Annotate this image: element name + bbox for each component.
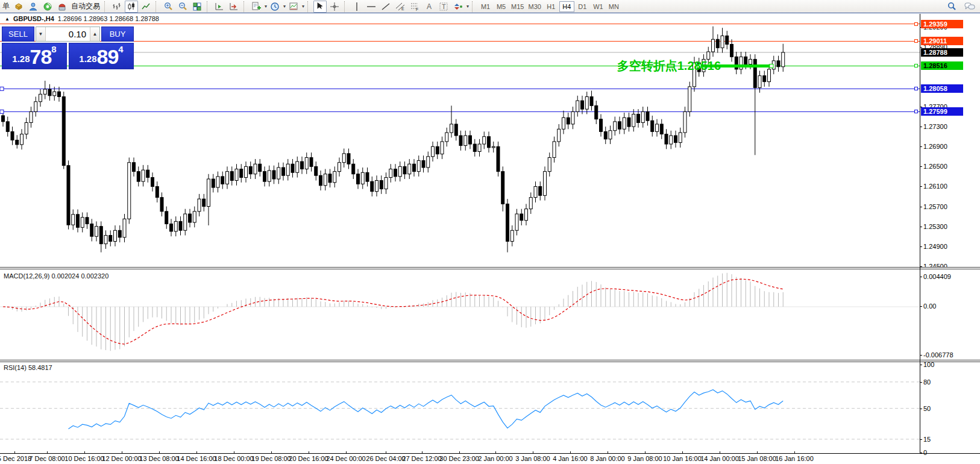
buy-price-display[interactable]: 1.28 89 4	[69, 43, 134, 69]
candle	[567, 113, 570, 129]
time-label: 27 Dec 12:00	[402, 455, 441, 462]
candle	[16, 135, 19, 148]
fibonacci-tool-icon[interactable]: F	[408, 1, 421, 13]
candle	[758, 71, 761, 92]
add-indicator-icon[interactable]	[250, 1, 263, 13]
candle	[553, 137, 556, 163]
indicator-dropdown-arrow[interactable]: ▾	[265, 4, 267, 9]
volume-increase-button[interactable]: ▲	[90, 27, 99, 41]
rsi-line	[69, 390, 784, 429]
vertical-line-tool-icon[interactable]	[350, 1, 363, 13]
new-order-icon[interactable]	[12, 1, 25, 13]
candle	[380, 175, 383, 194]
candle	[660, 119, 663, 139]
sell-price-display[interactable]: 1.28 78 8	[2, 43, 67, 69]
timeframe-button-H4[interactable]: H4	[559, 1, 574, 12]
periods-icon[interactable]	[268, 1, 281, 13]
candle	[590, 91, 593, 111]
candle	[25, 118, 28, 139]
candle	[342, 149, 345, 168]
timeframe-button-H1[interactable]: H1	[544, 1, 559, 12]
candle	[272, 166, 275, 184]
rsi-panel[interactable]	[0, 362, 920, 453]
level-handle[interactable]	[0, 110, 4, 113]
crosshair-tool-icon[interactable]	[328, 1, 341, 13]
text-tool-icon[interactable]: A	[422, 1, 436, 13]
trendline-tool-icon[interactable]	[379, 1, 392, 13]
timeframe-button-M1[interactable]: M1	[478, 1, 493, 12]
arrows-dropdown-arrow[interactable]: ▾	[466, 4, 469, 9]
template-dropdown-arrow[interactable]: ▾	[302, 4, 304, 9]
autotrade-icon[interactable]	[55, 1, 69, 13]
volume-decrease-button[interactable]: ▼	[36, 27, 46, 41]
timeframe-button-D1[interactable]: D1	[575, 1, 590, 12]
horizontal-line-tool-icon[interactable]	[365, 1, 378, 13]
candle	[525, 204, 528, 225]
candle	[763, 71, 766, 86]
candle	[118, 225, 121, 242]
volume-input[interactable]: 0.10	[46, 27, 90, 41]
sell-button[interactable]: SELL	[2, 27, 34, 42]
auto-scroll-icon[interactable]	[227, 1, 240, 13]
candle	[319, 171, 322, 190]
search-icon[interactable]	[945, 1, 958, 13]
candlestick-chart-icon[interactable]	[125, 1, 138, 13]
macd-panel[interactable]	[0, 269, 920, 360]
candle	[600, 114, 603, 136]
panel-divider[interactable]	[0, 267, 980, 269]
time-label: 12 Dec 00:00	[102, 455, 141, 462]
collapse-panel-arrow[interactable]: ▲	[5, 16, 10, 22]
level-handle[interactable]	[0, 87, 4, 90]
arrows-tool-icon[interactable]	[451, 1, 465, 13]
candle	[226, 166, 229, 189]
bar-chart-icon[interactable]	[110, 1, 124, 13]
level-handle-right[interactable]	[914, 87, 918, 90]
candle	[254, 159, 257, 179]
candle	[534, 181, 537, 202]
community-icon[interactable]	[27, 1, 40, 13]
panel-divider[interactable]	[0, 360, 980, 362]
candle	[133, 157, 136, 176]
timeframe-button-M5[interactable]: M5	[494, 1, 509, 12]
timeframe-button-M30[interactable]: M30	[526, 1, 542, 12]
level-handle-right[interactable]	[914, 110, 918, 113]
chat-icon[interactable]	[963, 1, 976, 13]
candle	[104, 230, 107, 249]
zoom-in-icon[interactable]	[162, 1, 175, 13]
timeframe-button-W1[interactable]: W1	[591, 1, 606, 12]
tile-windows-icon[interactable]	[190, 1, 204, 13]
candle	[571, 107, 574, 129]
chart-shift-icon[interactable]	[213, 1, 226, 13]
candle	[408, 159, 411, 179]
candle	[665, 129, 668, 149]
autotrade-button[interactable]: 自动交易	[70, 1, 101, 11]
level-handle-right[interactable]	[914, 39, 918, 43]
equidistant-channel-tool-icon[interactable]: E	[394, 1, 407, 13]
cursor-tool-icon[interactable]	[313, 1, 327, 13]
level-handle-right[interactable]	[914, 22, 918, 26]
candle	[296, 157, 299, 178]
toolbar: 单 自动交易	[0, 0, 980, 13]
level-handle-right[interactable]	[914, 64, 918, 67]
timeframe-button-M15[interactable]: M15	[509, 1, 526, 12]
template-icon[interactable]	[287, 1, 300, 13]
price-tick-label: 1.26500	[923, 163, 947, 171]
trend-handle[interactable]	[770, 64, 773, 67]
main-price-chart[interactable]	[0, 21, 920, 267]
price-axis-border	[920, 14, 920, 454]
candle	[646, 107, 649, 125]
buy-button[interactable]: BUY	[101, 27, 134, 42]
candle	[394, 164, 397, 181]
time-label: 3 Jan 08:00	[515, 455, 550, 462]
candle	[398, 161, 401, 181]
periods-dropdown-arrow[interactable]: ▾	[283, 4, 286, 9]
text-label-tool-icon[interactable]: T	[437, 1, 450, 13]
trend-handle[interactable]	[697, 64, 701, 67]
zoom-out-icon[interactable]	[176, 1, 189, 13]
timeframe-button-MN[interactable]: MN	[606, 1, 621, 12]
candle	[347, 149, 350, 169]
candle	[656, 119, 659, 137]
candle	[403, 161, 406, 179]
line-chart-icon[interactable]	[139, 1, 152, 13]
signals-icon[interactable]	[41, 1, 54, 13]
